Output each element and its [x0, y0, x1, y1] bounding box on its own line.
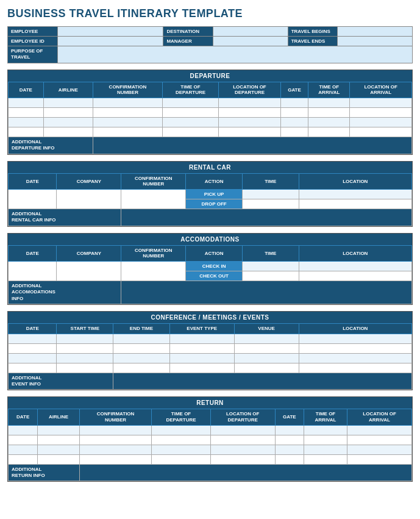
cell[interactable] [9, 117, 44, 127]
additional-departure-value[interactable] [93, 137, 412, 154]
cell[interactable] [234, 343, 299, 353]
cell[interactable] [299, 334, 411, 343]
cell[interactable] [210, 425, 275, 435]
cell[interactable] [113, 353, 170, 363]
cell[interactable] [210, 435, 275, 445]
cell[interactable] [169, 343, 234, 353]
rc-date[interactable] [9, 189, 57, 209]
cell[interactable] [234, 363, 299, 373]
cell[interactable] [275, 435, 304, 445]
cell[interactable] [308, 98, 350, 107]
travel-begins-value[interactable] [338, 27, 413, 37]
cell[interactable] [9, 127, 44, 137]
cell[interactable] [113, 334, 170, 343]
checkin-location[interactable] [299, 261, 411, 271]
cell[interactable] [210, 454, 275, 464]
cell[interactable] [113, 343, 170, 353]
cell[interactable] [350, 98, 412, 107]
cell[interactable] [304, 435, 347, 445]
cell[interactable] [299, 353, 411, 363]
cell[interactable] [9, 435, 38, 445]
cell[interactable] [347, 445, 412, 454]
cell[interactable] [93, 117, 163, 127]
cell[interactable] [219, 98, 281, 107]
cell[interactable] [308, 127, 350, 137]
cell[interactable] [304, 425, 347, 435]
acc-company[interactable] [57, 261, 121, 281]
cell[interactable] [162, 127, 218, 137]
cell[interactable] [152, 445, 210, 454]
cell[interactable] [162, 117, 218, 127]
purpose-value[interactable] [57, 46, 412, 63]
cell[interactable] [113, 363, 170, 373]
travel-ends-value[interactable] [338, 37, 413, 46]
cell[interactable] [43, 98, 93, 107]
cell[interactable] [43, 107, 93, 117]
cell[interactable] [347, 425, 412, 435]
cell[interactable] [79, 445, 152, 454]
checkout-location[interactable] [299, 271, 411, 281]
cell[interactable] [234, 353, 299, 363]
cell[interactable] [43, 117, 93, 127]
cell[interactable] [350, 127, 412, 137]
cell[interactable] [9, 445, 38, 454]
cell[interactable] [162, 107, 218, 117]
cell[interactable] [234, 334, 299, 343]
cell[interactable] [350, 117, 412, 127]
cell[interactable] [57, 353, 113, 363]
cell[interactable] [275, 425, 304, 435]
cell[interactable] [9, 107, 44, 117]
checkin-time[interactable] [242, 261, 299, 271]
cell[interactable] [304, 454, 347, 464]
cell[interactable] [169, 363, 234, 373]
cell[interactable] [38, 435, 79, 445]
dropoff-time[interactable] [242, 199, 299, 209]
cell[interactable] [350, 107, 412, 117]
cell[interactable] [280, 127, 308, 137]
cell[interactable] [280, 107, 308, 117]
cell[interactable] [219, 127, 281, 137]
cell[interactable] [347, 454, 412, 464]
acc-date[interactable] [9, 261, 57, 281]
cell[interactable] [152, 425, 210, 435]
cell[interactable] [9, 98, 44, 107]
cell[interactable] [9, 363, 57, 373]
cell[interactable] [219, 107, 281, 117]
checkout-time[interactable] [242, 271, 299, 281]
cell[interactable] [280, 98, 308, 107]
cell[interactable] [79, 425, 152, 435]
cell[interactable] [304, 445, 347, 454]
employee-value[interactable] [57, 27, 163, 37]
pickup-time[interactable] [242, 189, 299, 199]
cell[interactable] [219, 117, 281, 127]
cell[interactable] [169, 353, 234, 363]
cell[interactable] [275, 454, 304, 464]
cell[interactable] [93, 98, 163, 107]
cell[interactable] [308, 107, 350, 117]
cell[interactable] [308, 117, 350, 127]
cell[interactable] [152, 454, 210, 464]
cell[interactable] [79, 435, 152, 445]
destination-value[interactable] [213, 27, 288, 37]
cell[interactable] [169, 334, 234, 343]
manager-value[interactable] [213, 37, 288, 46]
cell[interactable] [210, 445, 275, 454]
cell[interactable] [57, 334, 113, 343]
cell[interactable] [9, 425, 38, 435]
cell[interactable] [38, 454, 79, 464]
cell[interactable] [275, 445, 304, 454]
cell[interactable] [38, 425, 79, 435]
cell[interactable] [347, 435, 412, 445]
pickup-location[interactable] [299, 189, 411, 199]
cell[interactable] [299, 363, 411, 373]
rc-company[interactable] [57, 189, 121, 209]
additional-acc-value[interactable] [121, 281, 412, 304]
cell[interactable] [299, 343, 411, 353]
cell[interactable] [43, 127, 93, 137]
cell[interactable] [93, 107, 163, 117]
cell[interactable] [280, 117, 308, 127]
additional-conf-value[interactable] [113, 373, 412, 390]
acc-confirm[interactable] [121, 261, 186, 281]
cell[interactable] [57, 343, 113, 353]
cell[interactable] [93, 127, 163, 137]
